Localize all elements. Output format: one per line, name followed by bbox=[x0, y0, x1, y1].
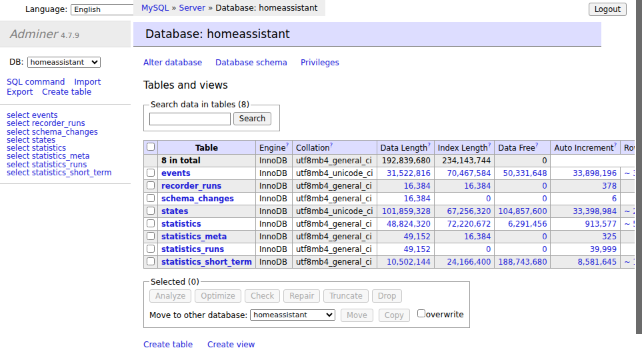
auto-increment-link[interactable]: 378 bbox=[602, 181, 617, 191]
table-name-cell: statistics bbox=[158, 217, 256, 230]
database-action-link[interactable]: Alter database bbox=[143, 58, 202, 67]
auto-increment-link[interactable]: 8,581,645 bbox=[577, 257, 617, 267]
data-length-link[interactable]: 49,152 bbox=[404, 232, 431, 241]
index-length-link[interactable]: 0 bbox=[486, 194, 491, 203]
row-checkbox[interactable] bbox=[147, 245, 155, 253]
data-free-link[interactable]: 6,291,456 bbox=[508, 219, 547, 229]
help-icon[interactable]: ? bbox=[535, 142, 539, 149]
data-free-link[interactable]: 50,331,648 bbox=[503, 169, 547, 178]
index-length-link[interactable]: 16,384 bbox=[464, 232, 491, 241]
data-length-link[interactable]: 31,522,816 bbox=[387, 169, 431, 178]
data-free-link[interactable]: 0 bbox=[542, 181, 547, 191]
database-action-link[interactable]: Database schema bbox=[215, 58, 287, 67]
table-name-link[interactable]: statistics bbox=[161, 219, 201, 229]
help-icon[interactable]: ? bbox=[488, 142, 491, 149]
data-length-link[interactable]: 16,384 bbox=[404, 181, 431, 191]
select-all-cell bbox=[144, 141, 158, 155]
row-checkbox[interactable] bbox=[147, 194, 155, 202]
table-name-link[interactable]: statistics_runs bbox=[161, 245, 224, 254]
help-icon[interactable]: ? bbox=[613, 142, 617, 149]
data-length-link[interactable]: 48,824,320 bbox=[387, 219, 431, 229]
row-checkbox[interactable] bbox=[147, 169, 155, 177]
sidebar-action-link[interactable]: Create table bbox=[42, 87, 91, 97]
selected-operation-button[interactable]: Drop bbox=[372, 289, 403, 303]
row-check-cell bbox=[144, 205, 158, 217]
selected-operation-button[interactable]: Optimize bbox=[195, 289, 241, 303]
data-free-link[interactable]: 188,743,680 bbox=[498, 257, 547, 267]
data-free-link[interactable]: 0 bbox=[542, 232, 547, 241]
search-input[interactable] bbox=[149, 113, 231, 125]
data-length-cell: 10,502,144 bbox=[377, 255, 434, 268]
row-checkbox[interactable] bbox=[147, 257, 155, 265]
table-name-link[interactable]: events bbox=[161, 169, 191, 178]
sidebar-select-table-link[interactable]: select recorder_runs bbox=[7, 119, 131, 127]
db-select[interactable]: homeassistant bbox=[27, 57, 101, 68]
copy-button[interactable]: Copy bbox=[379, 309, 410, 322]
data-length-link[interactable]: 49,152 bbox=[404, 245, 431, 254]
selected-operation-button[interactable]: Analyze bbox=[149, 289, 191, 303]
auto-increment-link[interactable]: 39,999 bbox=[590, 245, 617, 254]
sidebar-select-table-link[interactable]: select statistics_meta bbox=[7, 152, 131, 160]
create-link[interactable]: Create view bbox=[207, 340, 255, 349]
index-length-link[interactable]: 70,467,584 bbox=[447, 169, 491, 178]
table-name-link[interactable]: statistics_meta bbox=[161, 232, 227, 241]
total-empty-cell bbox=[144, 154, 158, 167]
auto-increment-cell: 33,898,196 bbox=[551, 167, 621, 179]
data-length-link[interactable]: 16,384 bbox=[404, 194, 431, 203]
scrollbar-thumb[interactable] bbox=[636, 0, 642, 334]
move-db-select[interactable]: homeassistant bbox=[250, 309, 335, 321]
logout-button[interactable]: Logout bbox=[589, 3, 627, 16]
move-button[interactable]: Move bbox=[341, 309, 373, 322]
index-length-link[interactable]: 24,166,400 bbox=[447, 257, 491, 267]
engine-cell: InnoDB bbox=[256, 255, 293, 268]
index-length-link[interactable]: 67,256,320 bbox=[447, 207, 491, 216]
auto-increment-link[interactable]: 6 bbox=[612, 194, 617, 203]
sidebar-action-link[interactable]: Export bbox=[7, 87, 33, 97]
sidebar-select-table-link[interactable]: select statistics_short_term bbox=[7, 169, 131, 177]
data-length-link[interactable]: 10,502,144 bbox=[387, 257, 431, 267]
help-icon[interactable]: ? bbox=[285, 142, 289, 149]
data-free-link[interactable]: 0 bbox=[542, 245, 547, 254]
table-name-link[interactable]: recorder_runs bbox=[161, 181, 221, 191]
selected-operation-button[interactable]: Check bbox=[245, 289, 280, 303]
table-name-cell: states bbox=[158, 205, 256, 217]
breadcrumb-mysql-link[interactable]: MySQL bbox=[141, 3, 169, 13]
index-length-link[interactable]: 16,384 bbox=[464, 181, 491, 191]
index-length-link[interactable]: 72,220,672 bbox=[447, 219, 491, 229]
overwrite-checkbox[interactable] bbox=[417, 309, 425, 317]
data-length-link[interactable]: 101,859,328 bbox=[382, 207, 431, 216]
sidebar-action-link[interactable]: SQL command bbox=[7, 77, 65, 87]
row-checkbox[interactable] bbox=[147, 232, 155, 240]
table-row: events InnoDB utf8mb4_unicode_ci 31,522,… bbox=[144, 167, 644, 179]
auto-increment-link[interactable]: 913,577 bbox=[585, 219, 617, 229]
database-action-link[interactable]: Privileges bbox=[301, 58, 339, 67]
help-icon[interactable]: ? bbox=[330, 142, 333, 149]
selected-operation-button[interactable]: Repair bbox=[283, 289, 320, 303]
create-link[interactable]: Create table bbox=[143, 340, 193, 349]
breadcrumb-server-link[interactable]: Server bbox=[179, 3, 205, 13]
page-scrollbar[interactable] bbox=[635, 0, 644, 362]
row-check-cell bbox=[144, 243, 158, 255]
help-icon[interactable]: ? bbox=[427, 142, 431, 149]
index-length-link[interactable]: 0 bbox=[486, 245, 491, 254]
data-free-link[interactable]: 0 bbox=[542, 194, 547, 203]
auto-increment-link[interactable]: 325 bbox=[602, 232, 617, 241]
selected-operation-button[interactable]: Truncate bbox=[323, 289, 369, 303]
row-checkbox[interactable] bbox=[147, 219, 155, 227]
auto-increment-cell: 33,398,984 bbox=[551, 205, 621, 217]
engine-cell: InnoDB bbox=[256, 205, 293, 217]
search-button[interactable]: Search bbox=[233, 112, 272, 125]
auto-increment-link[interactable]: 33,898,196 bbox=[573, 169, 617, 178]
table-name-link[interactable]: statistics_short_term bbox=[161, 257, 252, 267]
data-free-link[interactable]: 104,857,600 bbox=[498, 207, 547, 216]
sidebar-divider-top bbox=[0, 104, 131, 105]
selected-legend: Selected (0) bbox=[149, 277, 201, 287]
main-content: MySQL»Server»Database: homeassistant Dat… bbox=[133, 0, 601, 362]
select-all-checkbox[interactable] bbox=[147, 143, 155, 151]
table-name-link[interactable]: schema_changes bbox=[161, 194, 234, 203]
row-checkbox[interactable] bbox=[147, 207, 155, 215]
row-checkbox[interactable] bbox=[147, 181, 155, 189]
sidebar-action-link[interactable]: Import bbox=[74, 77, 101, 87]
table-name-link[interactable]: states bbox=[161, 207, 188, 216]
auto-increment-link[interactable]: 33,398,984 bbox=[573, 207, 617, 216]
